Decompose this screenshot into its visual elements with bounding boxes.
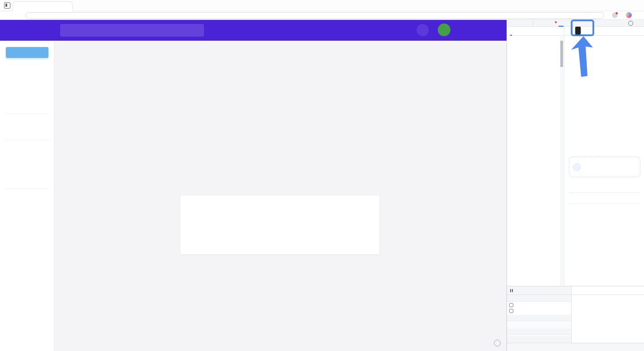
xhr-breakpoints-section-header[interactable]: [507, 328, 571, 335]
sidebar-divider: [5, 188, 49, 189]
debugger-sidebar: [507, 286, 572, 343]
user-avatar: [438, 24, 450, 36]
debugger-toolbar: [507, 286, 571, 295]
open-file-row: [569, 183, 640, 193]
devtools-panel: [507, 20, 644, 351]
search-input[interactable]: [60, 24, 204, 37]
workspace-sync-box: [569, 157, 640, 177]
sources-file-tree: [507, 36, 564, 286]
sync-icon: [573, 163, 581, 171]
scope-pane: [572, 286, 644, 343]
tree-scrollbar[interactable]: [560, 36, 564, 285]
debugger-section: [507, 286, 644, 343]
app-header: [0, 20, 507, 41]
help-button[interactable]: [494, 340, 501, 346]
devtools-help-icon[interactable]: [627, 21, 635, 26]
pause-uncaught-checkbox[interactable]: [509, 303, 513, 307]
sources-editor-pane: [564, 36, 644, 286]
run-command-row: [569, 194, 640, 204]
call-stack-section-header[interactable]: [507, 315, 571, 322]
screen: [0, 0, 644, 351]
pause-caught-checkbox[interactable]: [509, 309, 513, 313]
console-drawer-bar: [507, 343, 644, 351]
scrollbar-thumb[interactable]: [560, 41, 563, 67]
browser-url-bar: [0, 11, 644, 20]
pause-uncaught-row: [507, 303, 571, 308]
sources-navigator-tabs: [507, 27, 564, 36]
call-stack-empty: [507, 321, 571, 327]
tab-sources[interactable]: [558, 20, 564, 27]
navigator-tab-page[interactable]: [509, 27, 513, 36]
address-bar[interactable]: [25, 12, 604, 19]
toolbar-separator: [533, 21, 533, 25]
pause-caught-row: [507, 308, 571, 314]
pause-script-icon[interactable]: [510, 289, 513, 292]
sidebar-divider: [5, 114, 49, 114]
breakpoints-section-header[interactable]: [507, 295, 571, 302]
network-tooltip: [575, 27, 581, 34]
browser-profile-avatar[interactable]: [612, 12, 618, 18]
navigator-tab-workspace[interactable]: [513, 27, 518, 36]
browser-tab[interactable]: [12, 1, 73, 11]
issues-badge: [555, 21, 557, 23]
tab-workspaces-icon[interactable]: [4, 2, 10, 9]
new-document-button[interactable]: [6, 47, 48, 58]
dom-breakpoints-section-header[interactable]: [507, 336, 571, 343]
sidebar-divider: [5, 140, 49, 140]
sidebar: [0, 41, 54, 351]
copilot-icon[interactable]: [626, 12, 632, 18]
browser-tab-strip: [0, 0, 644, 11]
devtools-toolbar: [507, 20, 644, 27]
user-menu[interactable]: [438, 24, 459, 36]
dashboard-main: [54, 41, 507, 351]
recent-activity-card: [180, 195, 379, 254]
help-glyph: [628, 21, 633, 26]
notifications-button[interactable]: [417, 24, 429, 36]
scope-watch-tabs: [572, 286, 644, 295]
